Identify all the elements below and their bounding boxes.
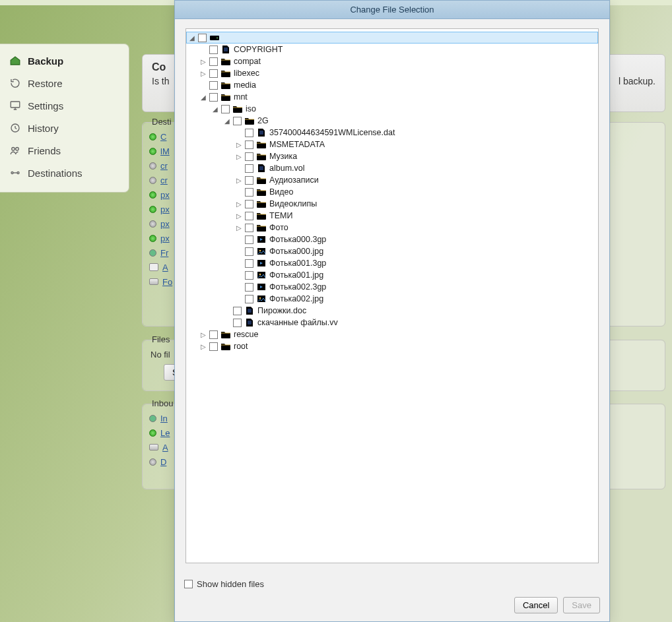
tree-row[interactable]: ▷libexec xyxy=(198,67,598,79)
sidebar-item-backup[interactable]: Backup xyxy=(0,49,129,72)
tree-row[interactable]: ▷Аудиозаписи xyxy=(234,174,598,186)
destination-link[interactable]: cr xyxy=(160,175,168,185)
tree-row[interactable]: ▷root xyxy=(198,340,598,352)
sidebar-item-history[interactable]: History xyxy=(0,117,129,139)
expander-icon[interactable]: ▷ xyxy=(235,201,242,208)
tree-checkbox[interactable] xyxy=(198,34,207,42)
file-img-icon xyxy=(256,294,267,303)
tree-row[interactable]: ◢ xyxy=(186,32,598,44)
expander-icon[interactable]: ▷ xyxy=(199,58,207,65)
tree-row[interactable]: Пирожки.doc xyxy=(222,305,598,317)
tree-checkbox[interactable] xyxy=(245,271,253,280)
destination-link[interactable]: lM xyxy=(160,146,170,156)
tree-row[interactable]: ◢mnt xyxy=(198,91,598,103)
tree-checkbox[interactable] xyxy=(245,152,253,161)
tree-checkbox[interactable] xyxy=(245,283,253,292)
tree-row[interactable]: Фотька002.3gp xyxy=(234,281,598,293)
expander-icon[interactable]: ◢ xyxy=(211,106,218,113)
destination-link[interactable]: px xyxy=(160,204,170,214)
file-tree[interactable]: ◢COPYRIGHT▷compat▷libexecmedia◢mnt◢iso◢2… xyxy=(185,28,599,563)
tree-checkbox[interactable] xyxy=(209,342,218,351)
inbound-link[interactable]: D xyxy=(160,457,166,467)
expander-icon[interactable]: ▷ xyxy=(235,141,242,148)
tree-checkbox[interactable] xyxy=(245,235,253,244)
tree-row[interactable]: media xyxy=(198,79,598,91)
tree-checkbox[interactable] xyxy=(245,176,253,185)
expander-icon[interactable]: ▷ xyxy=(235,212,242,220)
tree-row[interactable]: Фотька001.jpg xyxy=(234,269,598,281)
tree-label: Фотька001.jpg xyxy=(269,270,323,280)
destination-link[interactable]: cr xyxy=(160,161,168,171)
expander-icon[interactable]: ◢ xyxy=(223,117,230,125)
tree-checkbox[interactable] xyxy=(245,129,253,137)
tree-checkbox[interactable] xyxy=(245,247,253,256)
inbound-link[interactable]: Le xyxy=(160,428,170,438)
destination-link[interactable]: C xyxy=(160,132,166,142)
checkbox-icon[interactable] xyxy=(184,580,193,588)
expander-icon[interactable]: ▷ xyxy=(199,331,207,338)
save-button[interactable]: Save xyxy=(563,597,600,613)
destination-link[interactable]: px xyxy=(160,233,170,243)
sidebar-item-settings[interactable]: Settings xyxy=(0,94,129,117)
tree-row[interactable]: ▷ТЕМИ xyxy=(234,210,598,222)
tree-checkbox[interactable] xyxy=(209,330,218,339)
tree-row[interactable]: COPYRIGHT xyxy=(198,44,598,55)
sidebar-item-destinations[interactable]: Destinations xyxy=(0,162,129,184)
tree-checkbox[interactable] xyxy=(209,57,218,66)
tree-row[interactable]: Фотька001.3gp xyxy=(234,257,598,269)
tree-checkbox[interactable] xyxy=(209,81,218,90)
tree-checkbox[interactable] xyxy=(245,140,253,149)
tree-checkbox[interactable] xyxy=(233,319,242,327)
sidebar: Backup Restore Settings History Friends … xyxy=(0,44,129,193)
tree-checkbox[interactable] xyxy=(245,295,253,303)
tree-row[interactable]: Фотька000.3gp xyxy=(234,233,598,245)
inbound-link[interactable]: A xyxy=(162,443,168,452)
tree-checkbox[interactable] xyxy=(245,200,253,208)
destination-link[interactable]: Fo xyxy=(162,277,172,287)
tree-checkbox[interactable] xyxy=(245,212,253,220)
tree-label: media xyxy=(234,80,256,90)
expander-icon[interactable]: ▷ xyxy=(235,177,242,184)
show-hidden-checkbox[interactable]: Show hidden files xyxy=(184,579,600,589)
tree-row[interactable]: ▷compat xyxy=(198,55,598,67)
sidebar-item-friends[interactable]: Friends xyxy=(0,139,129,162)
destination-link[interactable]: px xyxy=(160,190,170,200)
tree-row[interactable]: album.vol xyxy=(234,162,598,174)
tree-checkbox[interactable] xyxy=(245,188,253,197)
tree-row[interactable]: ▷MSMETADATA xyxy=(234,139,598,150)
tree-row[interactable]: Видео xyxy=(234,186,598,198)
tree-checkbox[interactable] xyxy=(245,259,253,268)
cancel-button[interactable]: Cancel xyxy=(514,597,558,613)
expander-icon[interactable]: ▷ xyxy=(235,224,242,232)
expander-icon[interactable]: ▷ xyxy=(235,153,242,160)
sidebar-item-restore[interactable]: Restore xyxy=(0,72,129,94)
tree-row[interactable]: ▷Фото xyxy=(234,222,598,233)
tree-checkbox[interactable] xyxy=(221,105,230,113)
tree-checkbox[interactable] xyxy=(209,46,218,54)
destination-link[interactable]: px xyxy=(160,219,170,229)
destination-link[interactable]: Fr xyxy=(160,248,168,258)
tree-checkbox[interactable] xyxy=(245,224,253,232)
tree-checkbox[interactable] xyxy=(209,93,218,102)
tree-row[interactable]: ▷rescue xyxy=(198,328,598,340)
destination-link[interactable]: A xyxy=(162,263,168,272)
tree-checkbox[interactable] xyxy=(233,117,242,125)
tree-row[interactable]: 357400044634591WMLicense.dat xyxy=(234,127,598,139)
tree-row[interactable]: скачанные файлы.vv xyxy=(222,317,598,328)
expander-icon[interactable]: ◢ xyxy=(199,94,207,101)
tree-row[interactable]: Фотька000.jpg xyxy=(234,245,598,257)
tree-checkbox[interactable] xyxy=(209,69,218,78)
expander-icon[interactable]: ▷ xyxy=(199,343,207,350)
inbound-link[interactable]: In xyxy=(160,414,168,423)
tree-checkbox[interactable] xyxy=(233,307,242,315)
tree-row[interactable]: ▷Музика xyxy=(234,150,598,162)
tree-row[interactable]: ▷Видеоклипы xyxy=(234,198,598,210)
svg-point-5 xyxy=(17,172,19,174)
tree-row[interactable]: ◢2G xyxy=(222,115,598,127)
tree-checkbox[interactable] xyxy=(245,164,253,173)
tree-row[interactable]: Фотька002.jpg xyxy=(234,293,598,305)
folder-icon xyxy=(220,80,231,90)
expander-icon[interactable]: ◢ xyxy=(188,34,195,42)
tree-row[interactable]: ◢iso xyxy=(210,103,598,115)
expander-icon[interactable]: ▷ xyxy=(199,70,207,77)
